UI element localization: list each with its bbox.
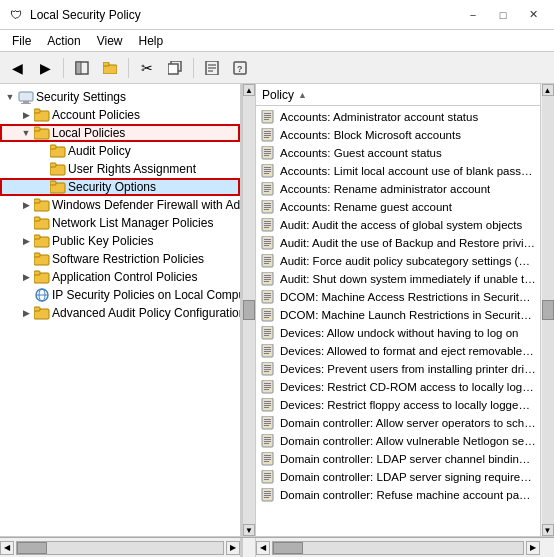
policy-key-icon xyxy=(260,415,276,431)
copy-button[interactable] xyxy=(162,55,188,81)
policy-item-label: Audit: Audit the access of global system… xyxy=(280,219,522,231)
sort-arrow-icon: ▲ xyxy=(298,90,307,100)
cut-button[interactable]: ✂ xyxy=(134,55,160,81)
policy-item[interactable]: Audit: Force audit policy subcategory se… xyxy=(256,252,540,270)
tree-item-public-key[interactable]: ▶ Public Key Policies xyxy=(0,232,240,250)
maximize-button[interactable]: □ xyxy=(490,5,516,25)
corner-box2 xyxy=(540,538,554,557)
tree-folder-icon xyxy=(34,215,50,231)
policy-h-scrollbar[interactable] xyxy=(272,541,524,555)
policy-item[interactable]: Audit: Audit the use of Backup and Resto… xyxy=(256,234,540,252)
svg-rect-5 xyxy=(168,64,178,74)
tree-label: Windows Defender Firewall with Adva... xyxy=(52,198,240,212)
tree-item-network-list[interactable]: ▶ Network List Manager Policies xyxy=(0,214,240,232)
tree-label: Application Control Policies xyxy=(52,270,197,284)
policy-item[interactable]: Accounts: Rename administrator account xyxy=(256,180,540,198)
tree-folder-icon xyxy=(34,305,50,321)
policy-item[interactable]: Domain controller: Allow vulnerable Netl… xyxy=(256,432,540,450)
expand-icon: ▶ xyxy=(18,233,34,249)
policy-item[interactable]: Devices: Allowed to format and eject rem… xyxy=(256,342,540,360)
tree-item-audit-policy[interactable]: ▶ Audit Policy xyxy=(0,142,240,160)
svg-rect-14 xyxy=(21,103,31,104)
menu-file[interactable]: File xyxy=(4,32,39,50)
tree-item-ip-security[interactable]: ▶ IP Security Policies on Local Compute.… xyxy=(0,286,240,304)
svg-rect-65 xyxy=(262,200,273,213)
policy-item[interactable]: Accounts: Block Microsoft accounts xyxy=(256,126,540,144)
tree-item-user-rights[interactable]: ▶ User Rights Assignment xyxy=(0,160,240,178)
tree-h-scrollbar[interactable] xyxy=(16,541,224,555)
svg-rect-22 xyxy=(50,163,56,167)
svg-rect-110 xyxy=(262,362,273,375)
policy-item[interactable]: Audit: Shut down system immediately if u… xyxy=(256,270,540,288)
policy-item[interactable]: Accounts: Administrator account status xyxy=(256,108,540,126)
tree-item-app-control[interactable]: ▶ Application Control Policies xyxy=(0,268,240,286)
policy-key-icon xyxy=(260,217,276,233)
policy-item-label: Audit: Shut down system immediately if u… xyxy=(280,273,536,285)
policy-doc-icon xyxy=(261,146,275,160)
policy-header: Policy ▲ xyxy=(256,84,540,106)
scroll-right-arrow2[interactable]: ▶ xyxy=(526,541,540,555)
policy-doc-icon xyxy=(261,344,275,358)
scroll-down-arrow[interactable]: ▼ xyxy=(243,524,255,536)
scroll-left-arrow[interactable]: ◀ xyxy=(0,541,14,555)
svg-rect-95 xyxy=(262,308,273,321)
forward-button[interactable]: ▶ xyxy=(32,55,58,81)
svg-rect-60 xyxy=(262,182,273,195)
policy-scroll-down[interactable]: ▼ xyxy=(542,524,554,536)
policy-doc-icon xyxy=(261,452,275,466)
policy-scrollbar[interactable]: ▲ ▼ xyxy=(540,84,554,536)
policy-item[interactable]: Accounts: Limit local account use of bla… xyxy=(256,162,540,180)
policy-item[interactable]: Devices: Restrict CD-ROM access to local… xyxy=(256,378,540,396)
scroll-right-arrow[interactable]: ▶ xyxy=(226,541,240,555)
tree-horizontal-scroll[interactable]: ◀ ▶ xyxy=(0,538,242,557)
policy-item[interactable]: Domain controller: Refuse machine accoun… xyxy=(256,486,540,504)
policy-item[interactable]: Devices: Restrict floppy access to local… xyxy=(256,396,540,414)
scroll-up-arrow[interactable]: ▲ xyxy=(243,84,255,96)
show-hide-button[interactable] xyxy=(69,55,95,81)
policy-item[interactable]: Devices: Allow undock without having to … xyxy=(256,324,540,342)
policy-item[interactable]: DCOM: Machine Access Restrictions in Sec… xyxy=(256,288,540,306)
policy-item[interactable]: Domain controller: LDAP server channel b… xyxy=(256,450,540,468)
tree-label: Account Policies xyxy=(52,108,140,122)
properties-button[interactable] xyxy=(199,55,225,81)
svg-rect-1 xyxy=(76,62,81,74)
policy-item[interactable]: Accounts: Guest account status xyxy=(256,144,540,162)
tree-label: Public Key Policies xyxy=(52,234,153,248)
policy-item[interactable]: DCOM: Machine Launch Restrictions in Sec… xyxy=(256,306,540,324)
tree-item-security-options[interactable]: ▶ Security Options xyxy=(0,178,240,196)
app-icon: 🛡 xyxy=(8,7,24,23)
svg-rect-115 xyxy=(262,380,273,393)
policy-item[interactable]: Domain controller: LDAP server signing r… xyxy=(256,468,540,486)
close-button[interactable]: ✕ xyxy=(520,5,546,25)
policy-item[interactable]: Accounts: Rename guest account xyxy=(256,198,540,216)
menu-view[interactable]: View xyxy=(89,32,131,50)
policy-doc-icon xyxy=(261,416,275,430)
svg-rect-39 xyxy=(34,307,40,311)
tree-item-account-policies[interactable]: ▶ Account Policies xyxy=(0,106,240,124)
tree-item-local-policies[interactable]: ▼ Local Policies xyxy=(0,124,240,142)
minimize-button[interactable]: − xyxy=(460,5,486,25)
tree-folder-icon xyxy=(34,125,50,141)
svg-rect-24 xyxy=(50,181,56,185)
menu-help[interactable]: Help xyxy=(131,32,172,50)
policy-doc-icon xyxy=(261,236,275,250)
policy-scroll-up[interactable]: ▲ xyxy=(542,84,554,96)
policy-item[interactable]: Domain controller: Allow server operator… xyxy=(256,414,540,432)
policy-item[interactable]: Devices: Prevent users from installing p… xyxy=(256,360,540,378)
tree-item-advanced-audit[interactable]: ▶ Advanced Audit Policy Configuration xyxy=(0,304,240,322)
scroll-left-arrow2[interactable]: ◀ xyxy=(256,541,270,555)
folder-icon-svg xyxy=(34,234,50,248)
tree-item-windows-defender[interactable]: ▶ Windows Defender Firewall with Adva... xyxy=(0,196,240,214)
policy-item[interactable]: Audit: Audit the access of global system… xyxy=(256,216,540,234)
help-button[interactable]: ? xyxy=(227,55,253,81)
back-button[interactable]: ◀ xyxy=(4,55,30,81)
folder-open-button[interactable] xyxy=(97,55,123,81)
tree-item-security-settings[interactable]: ▼ Security Settings xyxy=(0,88,240,106)
menu-action[interactable]: Action xyxy=(39,32,88,50)
svg-rect-13 xyxy=(23,101,29,103)
svg-rect-18 xyxy=(34,127,40,131)
policy-item-label: Devices: Allowed to format and eject rem… xyxy=(280,345,536,357)
policy-horizontal-scroll[interactable]: ◀ ▶ xyxy=(256,538,540,557)
tree-item-software-restriction[interactable]: ▶ Software Restriction Policies xyxy=(0,250,240,268)
tree-scrollbar[interactable]: ▲ ▼ xyxy=(242,84,256,536)
